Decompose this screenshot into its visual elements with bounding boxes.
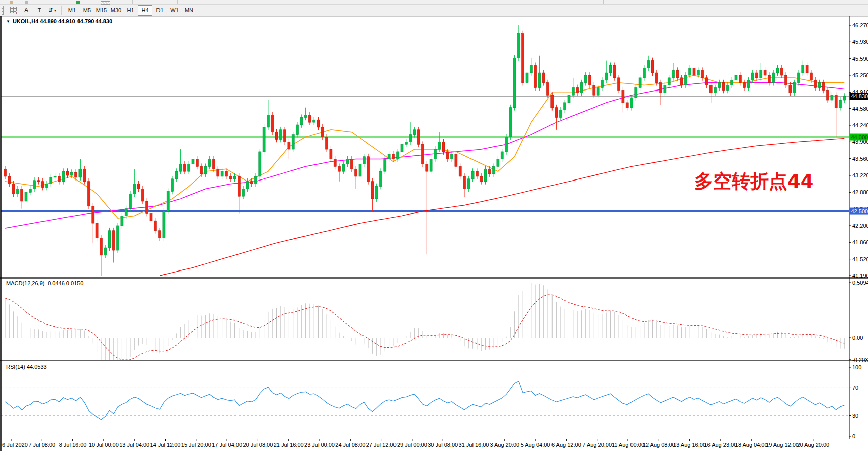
price-tick-label: 42.880	[852, 189, 868, 195]
candle-body	[175, 171, 178, 179]
candle-body	[380, 171, 382, 186]
candle-body	[760, 70, 762, 78]
time-tick-label: 20 Aug 20:00	[797, 442, 829, 448]
candle-body	[668, 78, 670, 85]
candle-body	[438, 142, 441, 149]
collapse-triangle-icon[interactable]: ▼	[6, 19, 10, 24]
candle-body	[150, 213, 152, 221]
symbol-info-line: ▼ UKOil-,H4 44.890 44.910 44.790 44.830	[6, 18, 112, 24]
timeframe-button-mn[interactable]: MN	[182, 5, 196, 16]
candle-body	[83, 169, 86, 182]
toolbar-drag-handle[interactable]	[2, 6, 4, 15]
candle-body	[263, 127, 265, 152]
timeframe-button-m1[interactable]: M1	[65, 5, 80, 16]
timeframe-button-h1[interactable]: H1	[123, 5, 138, 16]
candle-body	[517, 34, 520, 58]
candle-body	[739, 75, 741, 83]
candle-body	[693, 68, 695, 75]
candle-body	[426, 164, 428, 171]
candle-body	[564, 103, 566, 110]
toolbar-separator	[713, 0, 713, 4]
candle-body	[321, 127, 324, 137]
candle-body	[21, 189, 23, 201]
candle-body	[417, 130, 420, 144]
candle-body	[121, 216, 123, 226]
candle-body	[513, 58, 516, 108]
last-price-badge-label: 44.830	[851, 93, 868, 99]
trend-annotation-text[interactable]: 多空转折点44	[694, 169, 814, 194]
chart-window[interactable]: 46.27045.93045.59045.25044.91044.58044.2…	[0, 16, 868, 451]
candle-body	[171, 179, 174, 192]
candle-body	[192, 159, 194, 164]
candle-body	[188, 164, 190, 171]
candle-body	[16, 189, 19, 194]
candle-body	[279, 130, 282, 140]
time-tick-label: 20 Jul 08:00	[243, 442, 273, 448]
candle-body	[484, 169, 487, 182]
candle-body	[146, 201, 148, 214]
candle-body	[137, 184, 140, 189]
candle-body	[167, 191, 169, 211]
candle-body	[275, 132, 278, 140]
candle-body	[405, 142, 407, 144]
rsi-tick-label: 70	[852, 385, 858, 391]
toolbar-separator	[603, 0, 604, 4]
candle-body	[62, 171, 65, 182]
timeframe-button-d1[interactable]: D1	[152, 5, 167, 16]
candle-body	[104, 248, 107, 255]
chevron-down-icon[interactable]: ▾	[54, 8, 56, 13]
chart-canvas[interactable]: 46.27045.93045.59045.25044.91044.58044.2…	[0, 16, 868, 451]
time-tick-label: 15 Jul 20:00	[181, 442, 211, 448]
time-tick-label: 19 Aug 12:00	[766, 442, 799, 448]
candle-body	[388, 154, 390, 159]
upper-toolbar-sliver	[0, 0, 868, 5]
rsi-tick-label: 0	[852, 433, 855, 439]
time-tick-label: 13 Jul 04:00	[119, 442, 149, 448]
candle-body	[843, 96, 846, 100]
candle-body	[246, 182, 249, 189]
candle-body	[660, 83, 662, 93]
candle-body	[559, 110, 562, 118]
candle-body	[267, 115, 269, 127]
dotted-grid-icon: F	[10, 7, 17, 13]
timeframe-button-m15[interactable]: M15	[94, 5, 109, 16]
toolbar-separator	[132, 0, 133, 4]
timeframe-button-w1[interactable]: W1	[167, 5, 182, 16]
candle-body	[814, 80, 817, 88]
time-tick-label: 30 Jul 08:00	[428, 442, 458, 448]
candle-body	[459, 166, 461, 176]
candle-body	[434, 149, 436, 159]
candle-body	[334, 159, 336, 167]
timeframe-button-m5[interactable]: M5	[80, 5, 94, 16]
candle-body	[75, 172, 77, 177]
candle-body	[572, 87, 574, 95]
time-tick-label: 29 Jul 00:00	[397, 442, 427, 448]
grid-icon-letter: F	[16, 11, 19, 15]
timeframe-button-m30[interactable]: M30	[109, 5, 123, 16]
text-box-button[interactable]: T	[33, 5, 45, 15]
toolbar-separator	[61, 6, 62, 15]
toolbar-separator	[827, 0, 827, 4]
candle-body	[672, 70, 675, 78]
arrange-arrows-button[interactable]: ⇵ ▾	[46, 5, 58, 15]
candle-body	[100, 238, 102, 255]
candle-body	[827, 90, 829, 100]
fractal-grid-button[interactable]: F	[7, 5, 19, 15]
candle-body	[751, 73, 754, 80]
candle-body	[375, 187, 378, 199]
drawing-and-timeframe-toolbar: F A T ⇵ ▾ M1M5M15M30H1H4D1W1MN	[0, 5, 868, 16]
level-badge-42500-label: 42.500	[851, 208, 868, 214]
candle-body	[793, 83, 796, 93]
candle-body	[635, 87, 637, 98]
price-tick-label: 42.200	[852, 223, 868, 229]
text-label-button[interactable]: A	[20, 5, 32, 15]
toolbar-chip	[10, 1, 13, 4]
candle-body	[129, 194, 132, 208]
candle-body	[66, 171, 69, 175]
candle-body	[50, 177, 52, 184]
candle-body	[509, 108, 512, 137]
candle-body	[722, 83, 725, 91]
candle-body	[313, 120, 315, 122]
candle-body	[70, 172, 73, 175]
timeframe-button-h4[interactable]: H4	[138, 5, 152, 16]
